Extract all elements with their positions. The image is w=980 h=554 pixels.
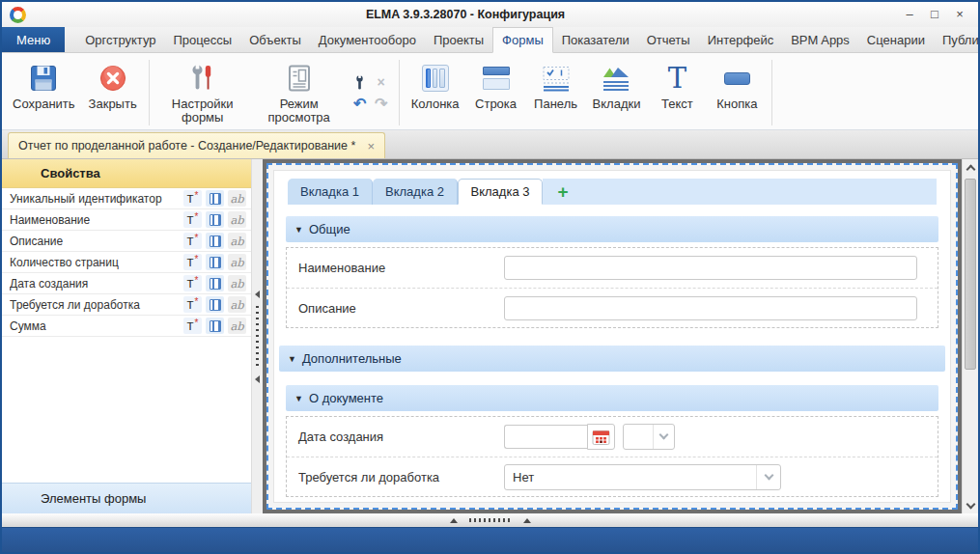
scrollbar-thumb[interactable] [965,179,976,370]
string-ab-icon[interactable]: ab [228,190,246,207]
string-ab-icon[interactable]: ab [228,275,246,291]
add-button-button[interactable]: Кнопка [707,58,767,127]
redo-button[interactable]: ↷ [371,93,392,114]
add-tab-button[interactable]: + [543,179,583,205]
save-button[interactable]: Сохранить [6,58,82,127]
required-text-icon[interactable]: T* [183,211,202,228]
column-mini-icon[interactable] [206,296,224,313]
string-ab-icon[interactable]: ab [228,254,246,270]
time-combo-chevron[interactable] [653,425,674,449]
section-header-general[interactable]: ▼ Общие [286,216,938,242]
column-mini-icon[interactable] [206,275,224,291]
maximize-button[interactable]: □ [924,6,945,23]
property-row[interactable]: Сумма T* ab [2,316,251,337]
column-mini-icon[interactable] [206,211,224,228]
menu-item-documents[interactable]: Документооборо [310,27,425,52]
close-button[interactable]: × [949,6,970,23]
selected-form-outline[interactable]: Вкладка 1 Вкладка 2 Вкладка 3 + ▼ Общие … [266,163,958,510]
menu-button[interactable]: Меню [2,27,65,52]
horizontal-splitter[interactable] [2,513,978,527]
date-input[interactable] [504,425,587,449]
menu-item-processes[interactable]: Процессы [165,27,241,52]
column-mini-icon[interactable] [206,318,224,334]
status-bar [2,527,978,552]
add-panel-button[interactable]: Панель [526,58,586,127]
collapse-arrow-icon: ▼ [294,225,303,235]
form-settings-button[interactable]: Настройки формы [154,58,251,127]
vertical-splitter[interactable] [251,159,263,513]
view-mode-button[interactable]: Режим просмотра [251,58,348,127]
description-input[interactable] [504,296,917,320]
mini-wrench-button[interactable] [350,71,371,93]
section-header-additional[interactable]: ▼ Дополнительные [279,346,945,372]
document-tab-close-icon[interactable]: × [367,139,375,153]
button-label: Кнопка [716,97,757,112]
string-ab-icon[interactable]: ab [228,233,246,249]
property-row[interactable]: Уникальный идентификатор T* ab [2,188,251,209]
scroll-down-button[interactable] [963,497,978,513]
section-title: О документе [309,391,383,405]
add-row-button[interactable]: Строка [466,58,526,127]
string-ab-icon[interactable]: ab [228,211,246,228]
form-tab-3-active[interactable]: Вкладка 3 [458,179,543,205]
form-tab-strip: Вкладка 1 Вкладка 2 Вкладка 3 + [288,179,937,205]
property-row[interactable]: Количество страниц T* ab [2,252,251,273]
form-surface[interactable]: Вкладка 1 Вкладка 2 Вкладка 3 + ▼ Общие … [273,170,951,503]
mini-close-button[interactable]: × [371,71,392,93]
menu-item-scenarios[interactable]: Сценарии [858,27,934,52]
menu-item-reports[interactable]: Отчеты [638,27,699,52]
chevron-down-icon [966,499,975,509]
property-row[interactable]: Описание T* ab [2,231,251,252]
required-text-icon[interactable]: T* [183,318,202,334]
creation-date-label: Дата создания [298,429,504,444]
form-elements-section[interactable]: Элементы формы [2,483,251,513]
add-column-button[interactable]: Колонка [405,58,466,127]
select-chevron[interactable] [756,465,780,489]
string-ab-icon[interactable]: ab [228,318,246,334]
time-value [624,425,653,449]
minimize-button[interactable]: – [899,6,920,23]
menu-item-projects[interactable]: Проекты [425,27,492,52]
vertical-scrollbar[interactable] [962,159,978,513]
column-mini-icon[interactable] [206,190,224,207]
field-row-rework-needed: Требуется ли доработка Нет [287,457,938,496]
form-tab-2[interactable]: Вкладка 2 [373,179,458,205]
time-combo[interactable] [623,424,675,450]
add-text-button[interactable]: T Текст [647,58,707,127]
menu-item-bpm-apps[interactable]: BPM Apps [782,27,858,52]
collapse-left-icon [255,291,260,298]
menu-item-interface[interactable]: Интерфейс [699,27,782,52]
property-row[interactable]: Наименование T* ab [2,209,251,231]
menu-item-publication[interactable]: Публикация [934,27,980,52]
calendar-button[interactable] [587,424,615,450]
menu-item-indicators[interactable]: Показатели [553,27,638,52]
required-text-icon[interactable]: T* [183,233,202,249]
form-tab-1[interactable]: Вкладка 1 [288,179,373,205]
document-tab-strip: Отчет по проделанной работе - Создание/Р… [2,130,978,159]
undo-button[interactable]: ↶ [350,93,371,114]
name-input[interactable] [504,256,917,280]
menu-item-orgstructure[interactable]: Оргструктур [76,27,164,52]
section-header-about-document[interactable]: ▼ О документе [286,385,938,411]
required-text-icon[interactable]: T* [183,190,202,207]
save-label: Сохранить [13,97,75,112]
scroll-up-button[interactable] [963,159,978,176]
add-tabs-button[interactable]: Вкладки [586,58,648,127]
column-mini-icon[interactable] [206,233,224,249]
close-form-button[interactable]: Закрыть [82,58,144,127]
section-title: Общие [309,222,350,236]
string-ab-icon[interactable]: ab [228,296,246,313]
menu-item-forms-active[interactable]: Формы [492,27,553,53]
property-name: Уникальный идентификатор [10,192,180,206]
property-row[interactable]: Требуется ли доработка T* ab [2,294,251,316]
required-text-icon[interactable]: T* [183,296,202,313]
menu-item-objects[interactable]: Объекты [240,27,310,52]
ribbon-toolbar: Сохранить Закрыть [2,53,978,130]
rework-needed-select[interactable]: Нет [504,464,781,490]
column-mini-icon[interactable] [206,254,224,270]
required-text-icon[interactable]: T* [183,275,202,291]
tabs-icon [602,60,630,97]
property-row[interactable]: Дата создания T* ab [2,273,251,294]
required-text-icon[interactable]: T* [183,254,202,270]
document-tab[interactable]: Отчет по проделанной работе - Создание/Р… [8,132,385,158]
